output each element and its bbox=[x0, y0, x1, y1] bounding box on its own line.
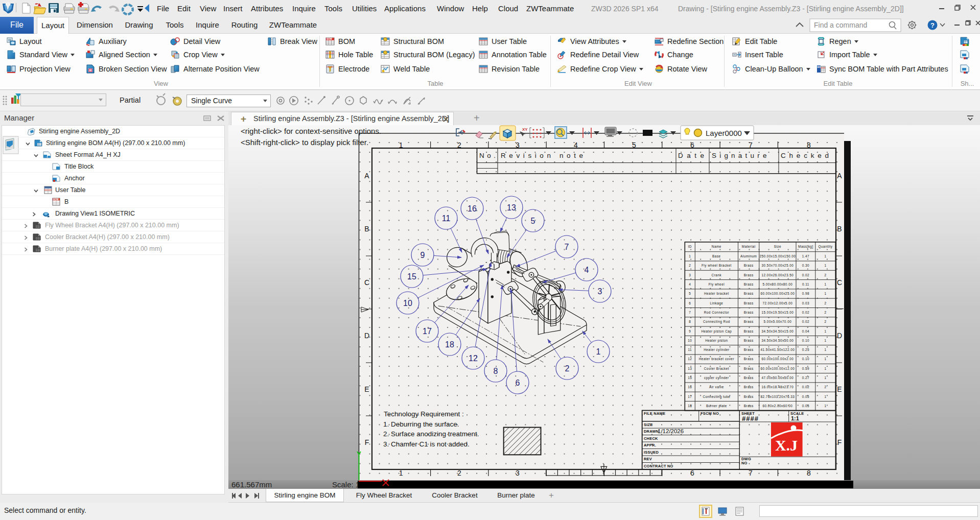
svg-text:2: 2 bbox=[824, 385, 826, 389]
svg-text:<right-click> for context-sens: <right-click> for context-sensitive opti… bbox=[241, 127, 381, 135]
svg-text:8: 8 bbox=[689, 320, 691, 323]
svg-text:9: 9 bbox=[689, 329, 691, 333]
svg-text:0.05: 0.05 bbox=[802, 404, 809, 408]
svg-text:Connecting tube: Connecting tube bbox=[703, 395, 730, 399]
svg-text:16: 16 bbox=[468, 204, 477, 213]
svg-text:REV: REV bbox=[644, 457, 652, 461]
svg-text:Brass: Brass bbox=[744, 301, 754, 305]
svg-text:8: 8 bbox=[807, 141, 811, 149]
svg-text:Technology Requirement :: Technology Requirement : bbox=[384, 410, 464, 418]
svg-text:2: 2 bbox=[824, 301, 826, 305]
svg-text:Quantity: Quantity bbox=[819, 245, 833, 249]
svg-text:Connecting Rod: Connecting Rod bbox=[703, 320, 730, 324]
svg-text:0.30: 0.30 bbox=[802, 264, 809, 267]
svg-text:3: 3 bbox=[516, 469, 520, 477]
svg-text:FILE NAME: FILE NAME bbox=[644, 411, 665, 416]
svg-text:1/12/2026: 1/12/2026 bbox=[658, 428, 684, 434]
svg-text:C: C bbox=[364, 278, 369, 287]
svg-text:4: 4 bbox=[585, 266, 589, 274]
svg-text:D: D bbox=[364, 332, 369, 340]
svg-text:1: 1 bbox=[824, 282, 826, 286]
svg-text:D: D bbox=[837, 332, 842, 340]
svg-text:X.J: X.J bbox=[775, 437, 798, 454]
svg-text:<Shift-right-click> to display: <Shift-right-click> to display pick filt… bbox=[241, 138, 368, 147]
svg-text:ID: ID bbox=[688, 245, 692, 248]
svg-text:1: 1 bbox=[824, 404, 826, 408]
svg-text:Fly wheel: Fly wheel bbox=[709, 282, 725, 287]
svg-text:Aluminum: Aluminum bbox=[740, 254, 757, 258]
svg-text:XY: XY bbox=[522, 127, 528, 132]
svg-text:9: 9 bbox=[421, 251, 425, 259]
svg-text:Brass: Brass bbox=[744, 320, 754, 323]
svg-text:41.50x41.50x122.00: 41.50x41.50x122.00 bbox=[760, 348, 795, 351]
svg-text:1: 1 bbox=[824, 376, 826, 380]
svg-text:Size: Size bbox=[774, 245, 781, 248]
svg-text:60.00x2.00x60.00: 60.00x2.00x60.00 bbox=[762, 404, 792, 408]
svg-text:30.50x70.00x25.00: 30.50x70.00x25.00 bbox=[761, 264, 794, 267]
svg-text:Heater bracket: Heater bracket bbox=[704, 292, 729, 295]
svg-text:6: 6 bbox=[690, 141, 694, 149]
svg-text:Brass: Brass bbox=[744, 385, 754, 389]
svg-text:0.04: 0.04 bbox=[802, 329, 809, 333]
svg-text:2: 2 bbox=[457, 469, 461, 477]
svg-text:5.00x80.00x80.00: 5.00x80.00x80.00 bbox=[762, 282, 792, 286]
svg-text:1: 1 bbox=[824, 367, 826, 370]
svg-text:15.00x19.50x15.00: 15.00x19.50x15.00 bbox=[761, 311, 794, 314]
svg-text:1: 1 bbox=[824, 254, 826, 258]
svg-text:0.25: 0.25 bbox=[802, 348, 809, 351]
svg-text:1: 1 bbox=[399, 141, 403, 149]
svg-text:1: 1 bbox=[824, 264, 826, 267]
svg-text:APPR.: APPR. bbox=[644, 443, 656, 447]
svg-text:Revision note: Revision note bbox=[501, 152, 587, 159]
svg-text:F: F bbox=[837, 438, 842, 446]
svg-text:13: 13 bbox=[688, 367, 692, 370]
svg-text:72.00x12.00x5.00: 72.00x12.00x5.00 bbox=[762, 301, 792, 305]
svg-text:6: 6 bbox=[689, 301, 691, 305]
svg-text:60.00x100.00x12.00: 60.00x100.00x12.00 bbox=[760, 367, 795, 370]
svg-text:E: E bbox=[837, 385, 842, 393]
svg-text:34.50x34.50x50.00: 34.50x34.50x50.00 bbox=[761, 339, 794, 342]
svg-text:60.00x100.00x2.00: 60.00x100.00x2.00 bbox=[761, 357, 794, 361]
svg-text:5.00x5.00x70.00: 5.00x5.00x70.00 bbox=[764, 320, 792, 323]
svg-text:5: 5 bbox=[689, 292, 691, 295]
svg-text:Brass: Brass bbox=[744, 264, 754, 267]
svg-text:C: C bbox=[837, 278, 842, 287]
svg-text:0.10: 0.10 bbox=[802, 357, 809, 361]
svg-text:2: 2 bbox=[824, 273, 826, 277]
svg-text:0.98: 0.98 bbox=[802, 292, 809, 295]
svg-text:Brass: Brass bbox=[744, 348, 754, 351]
svg-text:1: 1 bbox=[399, 469, 403, 477]
svg-text:ISSUED: ISSUED bbox=[644, 450, 659, 455]
svg-text:12.00x26.00x23.50: 12.00x26.00x23.50 bbox=[761, 273, 794, 277]
svg-text:Date: Date bbox=[678, 152, 708, 159]
svg-text:0.02: 0.02 bbox=[802, 273, 809, 277]
svg-text:1: 1 bbox=[824, 395, 826, 398]
svg-text:0.27: 0.27 bbox=[802, 376, 809, 380]
svg-text:47.00x50.00x50.00: 47.00x50.00x50.00 bbox=[761, 376, 794, 380]
svg-text:4: 4 bbox=[689, 282, 691, 286]
svg-text:Heater bracket cover: Heater bracket cover bbox=[699, 357, 735, 361]
svg-text:7: 7 bbox=[565, 243, 569, 251]
svg-text:####: #### bbox=[742, 415, 759, 422]
svg-text:A: A bbox=[364, 172, 369, 180]
svg-text:Cooler Bracket: Cooler Bracket bbox=[704, 367, 729, 370]
svg-text:12: 12 bbox=[688, 357, 692, 361]
svg-text:Name: Name bbox=[712, 245, 721, 248]
svg-text:CONTRACT NO: CONTRACT NO bbox=[644, 464, 673, 468]
svg-text:A: A bbox=[837, 172, 842, 180]
svg-text:Signature: Signature bbox=[712, 152, 770, 159]
svg-text:B: B bbox=[364, 225, 369, 233]
svg-text:?: ? bbox=[930, 21, 935, 29]
svg-text:Brass: Brass bbox=[744, 273, 754, 277]
svg-text:Brass: Brass bbox=[744, 357, 754, 361]
svg-text:0.03: 0.03 bbox=[802, 301, 809, 305]
svg-text:2: 2 bbox=[824, 311, 826, 314]
svg-text:Find a command: Find a command bbox=[814, 21, 867, 29]
svg-text:Fly wheel Bracket: Fly wheel Bracket bbox=[702, 264, 732, 268]
svg-text:Brass: Brass bbox=[744, 292, 754, 295]
svg-text:Heater cylinder: Heater cylinder bbox=[704, 348, 730, 352]
svg-text:3: 3 bbox=[689, 273, 691, 277]
svg-text:1: 1 bbox=[824, 348, 826, 351]
svg-text:Brass: Brass bbox=[744, 395, 754, 398]
svg-text:5: 5 bbox=[632, 141, 636, 149]
